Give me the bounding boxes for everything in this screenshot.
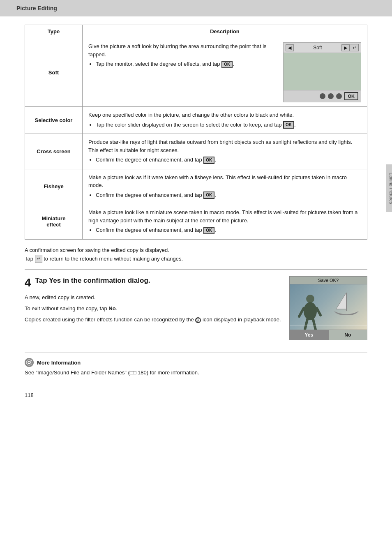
more-info-section: More Information See “Image/Sound File a…: [25, 353, 367, 376]
table-row: Selective color Keep one specified color…: [25, 107, 367, 134]
return-text: Tap ↵ to return to the retouch menu with…: [25, 255, 367, 263]
return-icon: ↵: [35, 255, 42, 263]
step4-title: Tap Yes in the confirmation dialog.: [35, 276, 150, 285]
page-header: Picture Editing: [0, 0, 392, 16]
table-row: Soft Give the picture a soft look by blu…: [25, 38, 367, 107]
desc-fisheye-text: Make a picture look as if it were taken …: [88, 173, 361, 199]
ok-badge: OK: [221, 61, 233, 68]
step4-body1: A new, edited copy is created.: [25, 293, 281, 302]
step4-section: 4 Tap Yes in the confirmation dialog. A …: [25, 269, 367, 340]
dot3: [336, 93, 342, 99]
step4-left: 4 Tap Yes in the confirmation dialog. A …: [25, 276, 281, 340]
table-row: Miniatureeffect Make a picture look like…: [25, 204, 367, 240]
type-selective-color: Selective color: [25, 107, 83, 134]
save-dialog-title: Save OK?: [290, 277, 367, 284]
info-icon-svg: [26, 359, 32, 366]
page-number-area: 118: [25, 392, 367, 398]
more-info-header: More Information: [25, 358, 367, 367]
page-title: Picture Editing: [16, 5, 57, 12]
camera-ui-top: ◀ Soft ▶ ↵: [284, 43, 361, 53]
after-table-text: A confirmation screen for saving the edi…: [25, 246, 367, 263]
page-content: Type Description Soft Give the picture a…: [25, 16, 367, 415]
confirmation-text: A confirmation screen for saving the edi…: [25, 246, 367, 255]
svg-line-4: [305, 319, 307, 330]
camera-ui-bottom: OK: [284, 90, 361, 102]
desc-soft-text: Give the picture a soft look by blurring…: [88, 42, 277, 69]
more-info-title: More Information: [37, 360, 81, 366]
soft-camera-ui: ◀ Soft ▶ ↵ OK: [283, 42, 361, 102]
effects-table: Type Description Soft Give the picture a…: [25, 25, 367, 240]
desc-cross-screen: Produce star-like rays of light that rad…: [83, 134, 367, 169]
svg-line-5: [313, 319, 316, 330]
ok-badge3: OK: [203, 157, 214, 164]
table-row: Cross screen Produce star-like rays of l…: [25, 134, 367, 169]
desc-cross-text: Produce star-like rays of light that rad…: [88, 138, 361, 164]
ok-badge4: OK: [203, 192, 214, 199]
page-number: 118: [25, 392, 34, 398]
filter-icon: ⃠: [195, 317, 201, 323]
type-fisheye: Fisheye: [25, 169, 83, 204]
desc-miniature-text: Make a picture look like a miniature sce…: [88, 208, 361, 234]
table-row: Fisheye Make a picture look as if it wer…: [25, 169, 367, 204]
desc-selective-color: Keep one specified color in the picture,…: [83, 107, 367, 134]
ok-badge2: OK: [283, 121, 294, 129]
step4-body3: Copies created using the filter effects …: [25, 316, 281, 324]
table-header-type: Type: [25, 25, 83, 38]
boat-svg: [332, 291, 361, 315]
sidebar-tab: Editing Pictures: [386, 164, 392, 212]
desc-miniature: Make a picture look like a miniature sce…: [83, 204, 367, 240]
svg-line-3: [317, 308, 321, 315]
svg-point-0: [306, 295, 314, 303]
camera-soft-label: Soft: [294, 45, 341, 51]
camera-right-arrow[interactable]: ▶: [341, 44, 350, 51]
step4-body2: To exit without saving the copy, tap No.: [25, 305, 281, 313]
desc-fisheye: Make a picture look as if it were taken …: [83, 169, 367, 204]
more-info-icon: [25, 358, 34, 367]
desc-soft: Give the picture a soft look by blurring…: [83, 38, 367, 107]
page-wrapper: Picture Editing Editing Pictures Type De…: [0, 0, 392, 540]
type-cross-screen: Cross screen: [25, 134, 83, 169]
svg-point-1: [304, 302, 317, 320]
table-header-desc: Description: [83, 25, 367, 38]
camera-screen: [284, 53, 361, 90]
step4-number: 4: [25, 277, 31, 288]
dot1: [320, 93, 325, 99]
save-yes-btn[interactable]: Yes: [290, 330, 329, 340]
save-dialog-image: [290, 284, 367, 330]
camera-left-arrow[interactable]: ◀: [286, 44, 294, 51]
svg-line-2: [299, 308, 304, 316]
save-dialog-buttons: Yes No: [290, 330, 367, 340]
desc-selective-text: Keep one specified color in the picture,…: [88, 111, 361, 129]
save-dialog: Save OK?: [289, 276, 367, 340]
camera-back-btn[interactable]: ↵: [350, 44, 359, 51]
ok-badge5: OK: [203, 227, 214, 234]
more-info-text: See “Image/Sound File and Folder Names” …: [25, 369, 367, 376]
camera-ok-btn[interactable]: OK: [344, 92, 359, 100]
step4-body: A new, edited copy is created. To exit w…: [25, 293, 281, 324]
svg-marker-6: [336, 293, 346, 309]
type-miniature: Miniatureeffect: [25, 204, 83, 240]
type-soft: Soft: [25, 38, 83, 107]
person-svg: [296, 293, 325, 330]
dot2: [328, 93, 334, 99]
save-no-btn[interactable]: No: [329, 330, 367, 340]
